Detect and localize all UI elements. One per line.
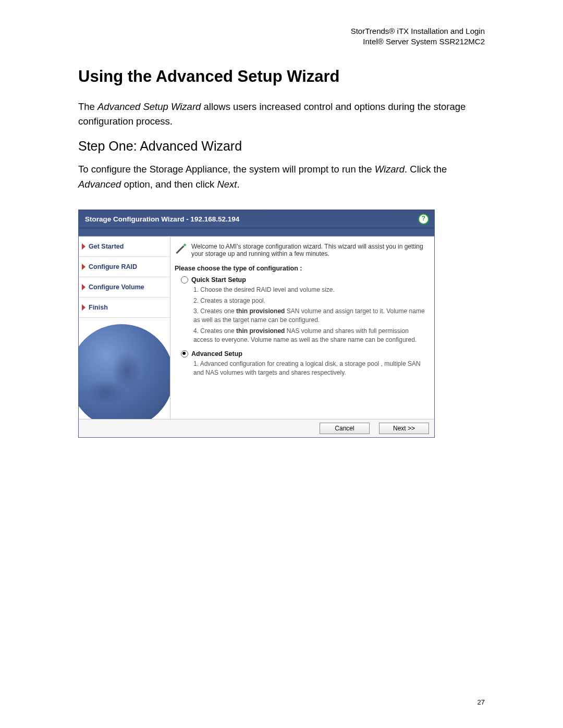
step-em3: Next bbox=[217, 179, 237, 190]
step-mid1: . Click the bbox=[405, 164, 447, 175]
intro-paragraph: The Advanced Setup Wizard allows users i… bbox=[78, 100, 485, 129]
list-item: 4. Creates one thin provisioned NAS volu… bbox=[193, 327, 428, 345]
wizard-titlebar: Storage Configuration Wizard - 192.168.5… bbox=[79, 210, 434, 228]
wizard-footer: Cancel Next >> bbox=[79, 419, 434, 437]
chevron-right-icon bbox=[82, 264, 85, 270]
doc-header: StorTrends® iTX Installation and Login I… bbox=[78, 26, 485, 47]
wizard-dialog: Storage Configuration Wizard - 192.168.5… bbox=[78, 209, 435, 438]
wizard-main: Welcome to AMI's storage configuration w… bbox=[170, 237, 434, 419]
step-heading: Step One: Advanced Wizard bbox=[78, 139, 485, 154]
globe-icon bbox=[79, 324, 170, 419]
page-number: 27 bbox=[478, 698, 485, 706]
option-quick-start[interactable]: Quick Start Setup bbox=[181, 276, 431, 283]
wizard-sidebar: Get Started Configure RAID Configure Vol… bbox=[79, 237, 170, 419]
radio-unchecked-icon[interactable] bbox=[181, 276, 188, 283]
step-mid2: option, and then click bbox=[121, 179, 217, 190]
chevron-right-icon bbox=[82, 304, 85, 311]
chevron-right-icon bbox=[82, 243, 85, 250]
intro-em: Advanced Setup Wizard bbox=[97, 101, 201, 112]
wizard-title: Storage Configuration Wizard - 192.168.5… bbox=[85, 215, 239, 223]
intro-pre: The bbox=[78, 101, 97, 112]
list-item: 2. Creates a storage pool. bbox=[193, 297, 428, 305]
advanced-setup-details: 1. Advanced configuration for creating a… bbox=[193, 360, 428, 378]
list-item: 3. Creates one thin provisioned SAN volu… bbox=[193, 307, 428, 325]
next-button[interactable]: Next >> bbox=[379, 423, 429, 434]
sidebar-item-configure-volume[interactable]: Configure Volume bbox=[79, 277, 170, 298]
doc-header-line1: StorTrends® iTX Installation and Login bbox=[78, 26, 485, 36]
list-item: 1. Choose the desired RAID level and vol… bbox=[193, 286, 428, 294]
choose-label: Please choose the type of configuration … bbox=[175, 265, 431, 272]
step-em1: Wizard bbox=[375, 164, 405, 175]
option-quick-start-label: Quick Start Setup bbox=[191, 276, 246, 283]
step-pre: To configure the Storage Appliance, the … bbox=[78, 164, 375, 175]
sidebar-item-label: Finish bbox=[89, 304, 108, 311]
wand-icon bbox=[175, 244, 186, 255]
page-title: Using the Advanced Setup Wizard bbox=[78, 67, 485, 86]
option-advanced-setup[interactable]: Advanced Setup bbox=[181, 350, 431, 357]
quick-start-details: 1. Choose the desired RAID level and vol… bbox=[193, 286, 428, 344]
sidebar-item-label: Configure RAID bbox=[89, 263, 137, 270]
chevron-right-icon bbox=[82, 284, 85, 290]
sidebar-item-label: Configure Volume bbox=[89, 283, 144, 291]
sidebar-item-finish[interactable]: Finish bbox=[79, 298, 170, 318]
list-item: 1. Advanced configuration for creating a… bbox=[193, 360, 428, 378]
sidebar-item-get-started[interactable]: Get Started bbox=[79, 237, 170, 257]
radio-checked-icon[interactable] bbox=[181, 350, 188, 357]
help-icon[interactable]: ? bbox=[418, 214, 429, 225]
option-advanced-setup-label: Advanced Setup bbox=[191, 350, 242, 357]
wizard-strip bbox=[79, 228, 434, 237]
step-em2: Advanced bbox=[78, 179, 121, 190]
doc-header-line2: Intel® Server System SSR212MC2 bbox=[78, 36, 485, 47]
sidebar-item-label: Get Started bbox=[89, 243, 124, 250]
cancel-button[interactable]: Cancel bbox=[320, 423, 370, 434]
welcome-text: Welcome to AMI's storage configuration w… bbox=[191, 243, 429, 257]
step-paragraph: To configure the Storage Appliance, the … bbox=[78, 162, 485, 192]
sidebar-item-configure-raid[interactable]: Configure RAID bbox=[79, 257, 170, 277]
step-post: . bbox=[237, 179, 239, 190]
